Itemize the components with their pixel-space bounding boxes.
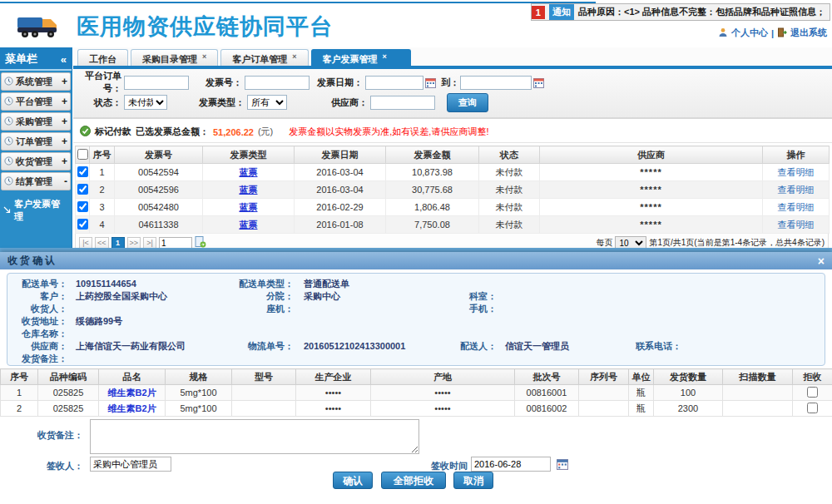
row-checkbox[interactable] (77, 166, 88, 177)
view-detail-link[interactable]: 查看明细 (778, 202, 815, 212)
pagination-info: 第1页/共1页(当前是第1-4条记录，总共4条记录) (649, 237, 825, 249)
reject-checkbox[interactable] (807, 403, 818, 413)
invoice-type-select[interactable]: 所有 (247, 95, 287, 110)
selected-total-label: 已选发票总金额： (136, 126, 209, 138)
platform-order-input[interactable] (124, 76, 189, 90)
sidebar-item-label: 采购管理 (16, 116, 52, 128)
col-action: 操作 (763, 146, 830, 164)
mark-paid-action[interactable]: 标记付款 (95, 126, 131, 138)
expand-plus-icon[interactable]: + (62, 116, 67, 127)
expand-plus-icon[interactable]: + (62, 156, 67, 167)
arrow-icon (3, 205, 11, 215)
invoice-type-link[interactable]: 蓝票 (240, 167, 258, 177)
logistics-no-value: 20160512102413300001 (294, 340, 440, 353)
close-icon[interactable]: × (202, 53, 206, 61)
per-page-label: 每页 (596, 237, 612, 249)
exit-icon (777, 27, 787, 39)
notification-bar[interactable]: 1 通知 品种原因：<1> 品种信息不完整：包括品牌和品种证照信息； (531, 3, 830, 21)
invoice-type-link[interactable]: 蓝票 (240, 202, 258, 212)
view-detail-link[interactable]: 查看明细 (778, 167, 815, 177)
sidebar-item-receiving[interactable]: 收货管理 + (1, 152, 71, 170)
sidebar-item-settlement[interactable]: 结算管理 - (1, 172, 71, 190)
tab-customer-orders[interactable]: 客户订单管理 × (220, 49, 308, 66)
mobile-label: 手机： (440, 303, 497, 315)
divider: | (771, 28, 774, 38)
row-checkbox[interactable] (77, 184, 88, 195)
invoice-date-to-input[interactable] (460, 76, 532, 90)
expand-plus-icon[interactable]: + (62, 96, 67, 107)
invoice-no-input[interactable] (245, 76, 310, 90)
calendar-icon[interactable] (533, 77, 544, 88)
delivery-type-value: 普通配送单 (294, 278, 440, 290)
tab-bar: 工作台 采购目录管理 × 客户订单管理 × 客户发票管理 × (73, 47, 832, 69)
collapse-minus-icon[interactable]: - (64, 175, 67, 187)
sidebar-item-customer-invoice[interactable]: 客户发票管理 (2, 195, 70, 225)
sidebar-item-label: 收货管理 (16, 156, 52, 168)
ship-remark-label: 发货备注： (7, 353, 67, 365)
sidebar-item-platform[interactable]: 平台管理 + (1, 92, 71, 111)
address-label: 收货地址： (7, 315, 67, 328)
top-accent-line (0, 2, 596, 3)
supplier-input[interactable] (370, 96, 435, 110)
customer-value: 上药控股全国采购中心 (67, 290, 230, 303)
status-select[interactable]: 未付款 (124, 95, 167, 110)
logout-link[interactable]: 退出系统 (790, 27, 827, 39)
view-detail-link[interactable]: 查看明细 (778, 185, 815, 195)
main-content: 工作台 采购目录管理 × 客户订单管理 × 客户发票管理 × 平台订单号： 发票… (73, 47, 832, 252)
sidebar-item-label: 订单管理 (16, 136, 52, 148)
invoice-type-link[interactable]: 蓝票 (240, 185, 258, 195)
tab-workbench[interactable]: 工作台 (77, 49, 128, 66)
personal-center-link[interactable]: 个人中心 (731, 27, 768, 39)
close-icon[interactable]: × (818, 254, 825, 268)
table-row: 2 00542596 蓝票 2016-03-04 30,775.68 未付款 *… (76, 181, 830, 199)
sidebar-item-procurement[interactable]: 采购管理 + (1, 112, 71, 131)
notification-tag: 通知 (549, 4, 574, 20)
close-icon[interactable]: × (292, 53, 296, 61)
tab-label: 采购目录管理 (142, 53, 197, 66)
view-detail-link[interactable]: 查看明细 (778, 220, 815, 230)
product-name-link[interactable]: 维生素B2片 (107, 388, 156, 398)
signer-input[interactable] (90, 457, 171, 472)
supplier-value: 上海信谊天一药业有限公司 (67, 340, 230, 353)
page-title: 医用物资供应链协同平台 (77, 12, 333, 42)
logo-truck-icon (17, 11, 65, 44)
calendar-icon[interactable] (557, 458, 568, 473)
expand-plus-icon[interactable]: + (62, 136, 67, 147)
date-to-label: 到： (441, 77, 458, 89)
cancel-button[interactable]: 取消 (453, 472, 493, 489)
confirm-button[interactable]: 确认 (333, 472, 373, 489)
expand-plus-icon[interactable]: + (62, 76, 67, 87)
row-checkbox[interactable] (77, 201, 88, 212)
invoice-type-link[interactable]: 蓝票 (240, 220, 258, 230)
product-table: 序号 品种编码 品名 规格 型号 生产企业 产地 批次号 序列号 单位 发货数量… (0, 368, 832, 417)
receive-confirm-modal: 收货确认 × 配送单号： 109151144654 配送单类型： 普通配送单 客… (0, 252, 832, 504)
contact-value (681, 340, 825, 353)
tab-customer-invoices[interactable]: 客户发票管理 × (311, 49, 411, 66)
check-circle-icon (80, 126, 91, 138)
logistics-no-label: 物流单号： (230, 340, 294, 353)
product-name-link[interactable]: 维生素B2片 (107, 403, 156, 413)
invoice-warning-text: 发票金额以实物发票为准,如有误差,请供应商调整! (289, 126, 488, 138)
close-icon[interactable]: × (383, 53, 387, 61)
select-all-checkbox[interactable] (77, 149, 88, 160)
col-status: 状态 (479, 146, 540, 164)
calendar-icon[interactable] (425, 77, 436, 88)
person-icon (718, 27, 728, 39)
search-button[interactable]: 查询 (447, 93, 488, 112)
row-checkbox[interactable] (77, 219, 88, 230)
receive-remark-textarea[interactable] (90, 419, 419, 454)
col-invoice-no: 发票号 (115, 146, 203, 164)
sign-time-input[interactable] (471, 457, 551, 472)
reject-all-button[interactable]: 全部拒收 (381, 472, 446, 489)
deliverer-label: 配送人： (440, 340, 497, 353)
user-links: 个人中心 | 退出系统 (718, 27, 827, 39)
reject-checkbox[interactable] (807, 387, 818, 398)
sidebar-item-system[interactable]: 系统管理 + (1, 72, 71, 91)
sidebar-item-orders[interactable]: 订单管理 + (1, 132, 71, 151)
invoice-date-input[interactable] (365, 76, 423, 90)
table-row: 3 00542480 蓝票 2016-02-29 1,806.48 未付款 **… (76, 199, 830, 216)
sidebar-collapse-icon[interactable]: « (61, 53, 67, 66)
invoice-date-label: 发票日期： (310, 77, 363, 89)
selected-total-value: 51,206.22 (213, 127, 254, 137)
tab-procurement-catalog[interactable]: 采购目录管理 × (131, 49, 218, 66)
